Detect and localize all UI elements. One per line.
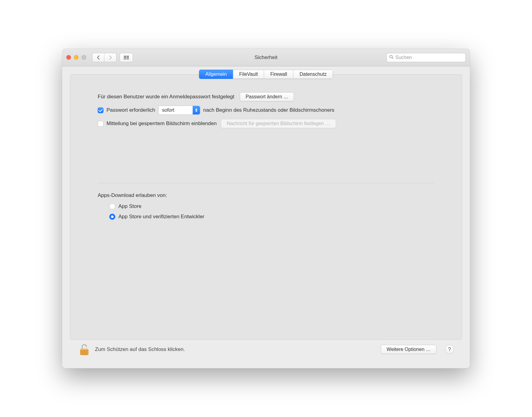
password-set-row: Für diesen Benutzer wurde ein Anmeldepas… [98, 92, 434, 101]
change-password-button[interactable]: Passwort ändern … [240, 92, 294, 101]
updown-arrows-icon [193, 106, 200, 114]
search-field-wrap[interactable] [387, 53, 466, 62]
tab-firewall[interactable]: Firewall [264, 70, 293, 79]
radio-identified-developers-label: App Store und verifizierten Entwickler [118, 214, 205, 220]
show-all-preferences-button[interactable] [120, 53, 133, 62]
search-icon [389, 55, 394, 60]
require-password-row: Passwort erforderlich sofort nach Beginn… [98, 106, 434, 115]
radio-identified-developers[interactable] [109, 214, 115, 220]
system-preferences-security-window: Sicherheit Allgemein FileVault Firewall … [62, 49, 470, 368]
gatekeeper-radio-group: App Store App Store und verifizierten En… [98, 203, 434, 220]
general-tab-content: Für diesen Benutzer wurde ein Anmeldepas… [70, 75, 462, 230]
unlocked-padlock-icon [79, 343, 89, 356]
more-options-button[interactable]: Weitere Optionen … [381, 345, 436, 354]
preferences-panel: Allgemein FileVault Firewall Datenschutz… [70, 74, 462, 340]
after-sleep-label: nach Beginn des Ruhezustands oder Bildsc… [203, 107, 334, 113]
delay-select-value: sofort [162, 107, 193, 113]
radio-row-app-store: App Store [109, 203, 434, 209]
require-password-delay-select[interactable]: sofort [158, 106, 200, 115]
require-password-label: Passwort erforderlich [107, 107, 155, 113]
forward-button[interactable] [104, 53, 117, 62]
require-password-checkbox[interactable] [98, 107, 103, 113]
svg-line-1 [392, 58, 393, 59]
minimize-window-button[interactable] [74, 55, 79, 60]
tab-filevault[interactable]: FileVault [233, 70, 264, 79]
help-button[interactable]: ? [445, 345, 454, 354]
close-window-button[interactable] [66, 55, 71, 60]
tab-bar: Allgemein FileVault Firewall Datenschutz [199, 70, 333, 79]
footer-bar: Zum Schützen auf das Schloss klicken. We… [70, 340, 462, 363]
content-area: Allgemein FileVault Firewall Datenschutz… [62, 66, 470, 368]
chevron-right-icon [109, 55, 112, 60]
zoom-window-button[interactable] [82, 55, 86, 60]
show-lock-message-label: Mitteilung bei gesperrtem Bildschirm ein… [107, 121, 217, 127]
radio-row-identified-developers: App Store und verifizierten Entwickler [109, 214, 434, 220]
chevron-left-icon [97, 55, 100, 60]
svg-rect-3 [80, 349, 88, 350]
grid-icon [124, 56, 129, 59]
search-input[interactable] [395, 55, 463, 60]
tab-general[interactable]: Allgemein [199, 70, 233, 79]
password-set-label: Für diesen Benutzer wurde ein Anmeldepas… [98, 94, 234, 100]
lock-hint-text: Zum Schützen auf das Schloss klicken. [95, 346, 185, 352]
radio-app-store-label: App Store [118, 203, 142, 209]
nav-buttons [92, 53, 117, 62]
radio-app-store[interactable] [109, 203, 115, 209]
apps-download-heading: Apps-Download erlauben von: [98, 192, 434, 198]
lock-message-row: Mitteilung bei gesperrtem Bildschirm ein… [98, 119, 434, 128]
tab-privacy[interactable]: Datenschutz [293, 70, 333, 79]
show-lock-message-checkbox[interactable] [98, 121, 103, 127]
section-divider [98, 183, 434, 183]
lock-button[interactable] [78, 343, 91, 356]
set-lock-message-button[interactable]: Nachricht für gesperrten Bildschirm fest… [221, 119, 336, 128]
back-button[interactable] [92, 53, 104, 62]
titlebar: Sicherheit [62, 49, 470, 66]
window-controls [66, 55, 86, 60]
